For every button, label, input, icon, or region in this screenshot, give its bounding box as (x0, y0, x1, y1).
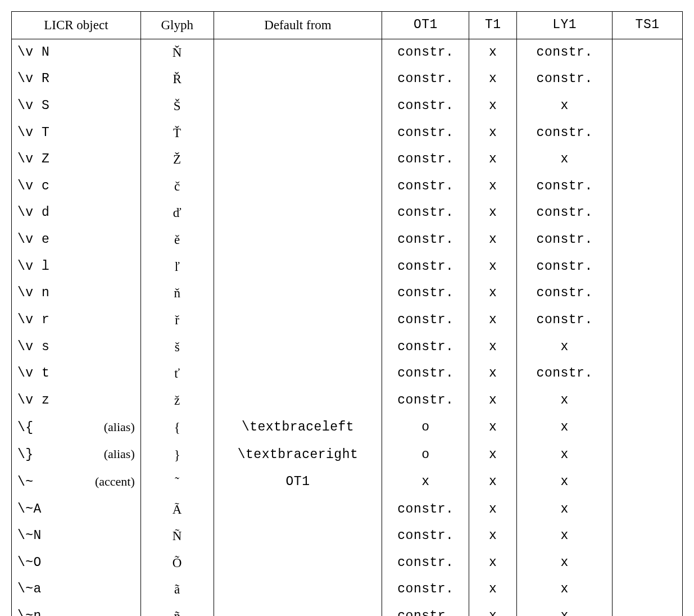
glyph-cell: ž (140, 387, 214, 414)
ts1-cell (613, 280, 683, 307)
table-row: \v cčconstr.xconstr. (12, 173, 683, 200)
ly1-cell: constr. (517, 360, 613, 387)
ot1-cell: constr. (382, 496, 469, 523)
table-row: \~aãconstr.xx (12, 576, 683, 603)
ts1-cell (613, 173, 683, 200)
ts1-cell (613, 414, 683, 442)
default-from-cell (214, 576, 382, 603)
glyph-cell: ť (140, 360, 214, 387)
licr-code: \v S (17, 96, 49, 116)
ly1-cell: x (517, 441, 613, 469)
t1-cell: x (469, 307, 517, 334)
licr-code: \~n (17, 606, 42, 616)
licr-code: \v z (17, 391, 49, 411)
ts1-cell (613, 334, 683, 361)
licr-cell: \~n (12, 603, 141, 616)
licr-cell: \v s (12, 334, 141, 361)
t1-cell: x (469, 576, 517, 603)
licr-table: LICR object Glyph Default from OT1 T1 LY… (11, 11, 683, 616)
t1-cell: x (469, 93, 517, 120)
table-row: \v sšconstr.xx (12, 334, 683, 361)
t1-cell: x (469, 200, 517, 227)
default-from-cell (214, 496, 382, 523)
ts1-cell (613, 253, 683, 280)
header-licr: LICR object (12, 12, 141, 39)
ot1-cell: x (382, 469, 469, 496)
table-row: \~NÑconstr.xx (12, 523, 683, 550)
default-from-cell (214, 603, 382, 616)
default-from-cell: \textbraceright (214, 441, 382, 469)
licr-code: \{ (17, 418, 34, 438)
licr-note: (accent) (95, 472, 135, 491)
ts1-cell (613, 603, 683, 616)
ts1-cell (613, 550, 683, 577)
ot1-cell: constr. (382, 523, 469, 550)
licr-cell: \v n (12, 280, 141, 307)
ly1-cell: x (517, 414, 613, 442)
ot1-cell: constr. (382, 39, 469, 66)
licr-cell: \v t (12, 360, 141, 387)
header-ot1: OT1 (382, 12, 469, 39)
glyph-cell: Õ (140, 550, 214, 577)
licr-code: \~A (17, 500, 42, 520)
ly1-cell: constr. (517, 120, 613, 147)
header-row: LICR object Glyph Default from OT1 T1 LY… (12, 12, 683, 39)
licr-cell: \v d (12, 200, 141, 227)
licr-code: \v N (17, 43, 49, 63)
default-from-cell (214, 227, 382, 253)
default-from-cell (214, 280, 382, 307)
default-from-cell (214, 66, 382, 93)
ly1-cell: x (517, 523, 613, 550)
t1-cell: x (469, 66, 517, 93)
licr-code: \v d (17, 203, 49, 223)
licr-code: \~ (17, 473, 34, 493)
table-row: \v nňconstr.xconstr. (12, 280, 683, 307)
ly1-cell: constr. (517, 280, 613, 307)
licr-code: \v Z (17, 150, 49, 170)
default-from-cell (214, 334, 382, 361)
glyph-cell: ľ (140, 253, 214, 280)
header-default-from: Default from (214, 12, 382, 39)
licr-cell: \~N (12, 523, 141, 550)
table-row: \v NŇconstr.xconstr. (12, 39, 683, 66)
ly1-cell: constr. (517, 227, 613, 253)
ly1-cell: x (517, 496, 613, 523)
ot1-cell: constr. (382, 200, 469, 227)
header-ts1: TS1 (613, 12, 683, 39)
default-from-cell (214, 39, 382, 66)
t1-cell: x (469, 550, 517, 577)
glyph-cell: ã (140, 576, 214, 603)
ly1-cell: x (517, 603, 613, 616)
glyph-cell: } (140, 441, 214, 469)
default-from-cell (214, 523, 382, 550)
t1-cell: x (469, 120, 517, 147)
glyph-cell: ñ (140, 603, 214, 616)
glyph-cell: ď (140, 200, 214, 227)
ot1-cell: constr. (382, 603, 469, 616)
t1-cell: x (469, 39, 517, 66)
table-row: \~OÕconstr.xx (12, 550, 683, 577)
ly1-cell: x (517, 146, 613, 173)
table-row: \~(accent)˜OT1xxx (12, 469, 683, 496)
table-row: \}(alias)}\textbracerightoxx (12, 441, 683, 469)
t1-cell: x (469, 441, 517, 469)
licr-cell: \~a (12, 576, 141, 603)
ot1-cell: constr. (382, 576, 469, 603)
ly1-cell: x (517, 93, 613, 120)
ot1-cell: constr. (382, 253, 469, 280)
licr-code: \} (17, 445, 34, 465)
glyph-cell: Ñ (140, 523, 214, 550)
ts1-cell (613, 469, 683, 496)
ly1-cell: constr. (517, 66, 613, 93)
licr-cell: \v R (12, 66, 141, 93)
licr-code: \~N (17, 526, 42, 546)
default-from-cell (214, 146, 382, 173)
licr-code: \~O (17, 553, 42, 573)
t1-cell: x (469, 414, 517, 442)
default-from-cell (214, 93, 382, 120)
ly1-cell: constr. (517, 307, 613, 334)
ts1-cell (613, 120, 683, 147)
header-t1: T1 (469, 12, 517, 39)
ts1-cell (613, 39, 683, 66)
table-row: \v RŘconstr.xconstr. (12, 66, 683, 93)
